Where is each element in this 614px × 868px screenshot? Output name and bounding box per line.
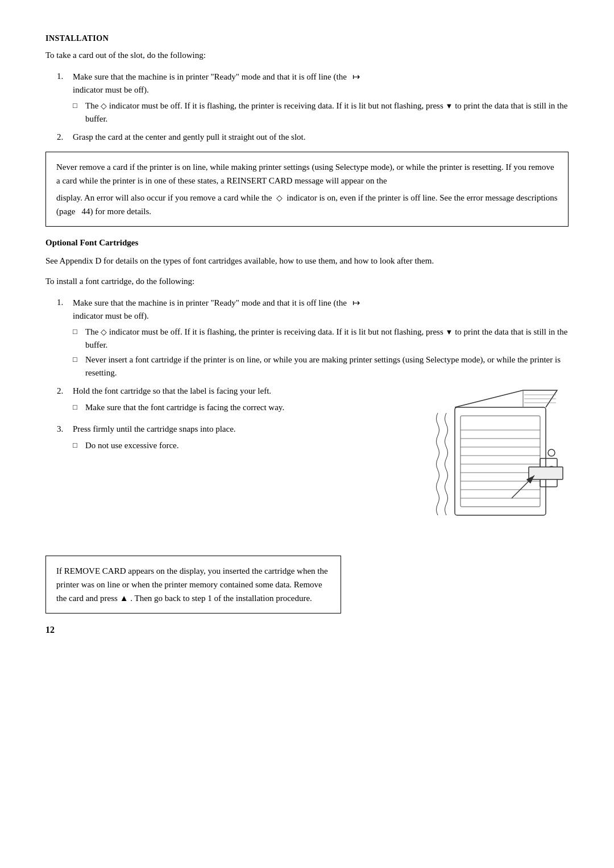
font-cartridge-steps: 1. Make sure that the machine is in prin… — [57, 296, 569, 548]
fc-sub-item-1-2: □ Never insert a font cartridge if the p… — [73, 353, 569, 379]
printer-illustration — [387, 385, 569, 544]
fc-step-3: 3. Press firmly until the cartridge snap… — [57, 423, 375, 452]
step-1-subitems: □ The ◇ indicator must be off. If it is … — [73, 99, 569, 125]
fc-sub-item-3-1: □ Do not use excessive force. — [73, 439, 375, 452]
fc-step-2-subitems: □ Make sure that the font cartridge is f… — [73, 401, 375, 414]
fc-step-1-text: Make sure that the machine is in printer… — [73, 296, 569, 323]
section-header: INSTALLATION — [45, 34, 569, 43]
printer-illustration-container — [387, 385, 569, 548]
fc-sub-text-1-1: The ◇ indicator must be off. If it is fl… — [85, 326, 569, 351]
checkbox-icon-4: □ — [73, 402, 85, 413]
page-number: 12 — [45, 625, 569, 635]
step-1-num: 1. — [57, 70, 73, 83]
step-2: 2. Grasp the card at the center and gent… — [57, 131, 569, 144]
fc-step-2-num: 2. — [57, 385, 73, 398]
step-1-text: Make sure that the machine is in printer… — [73, 70, 569, 97]
warning-1-line-1: Never remove a card if the printer is on… — [56, 160, 558, 187]
fc-sub-text-3-1: Do not use excessive force. — [85, 439, 375, 452]
fc-step-1: 1. Make sure that the machine is in prin… — [57, 296, 569, 379]
warning-1-line-2: display. An error will also occur if you… — [56, 191, 558, 218]
checkbox-icon-3: □ — [73, 354, 85, 365]
font-cartridges-section: Optional Font Cartridges See Appendix D … — [45, 238, 569, 614]
svg-rect-1 — [460, 416, 540, 507]
font-cartridges-intro2: To install a font cartridge, do the foll… — [45, 275, 569, 288]
sub-text-1-1: The ◇ indicator must be off. If it is fl… — [85, 99, 569, 125]
fc-sub-text-1-2: Never insert a font cartridge if the pri… — [85, 353, 569, 379]
offline-arrow-icon-2: ↦ — [352, 296, 360, 310]
font-cartridges-title: Optional Font Cartridges — [45, 238, 569, 248]
warning-2-text: If REMOVE CARD appears on the display, y… — [56, 564, 330, 605]
fc-step-3-num: 3. — [57, 423, 73, 436]
step-2-text: Grasp the card at the center and gently … — [73, 131, 569, 144]
fc-step-2-text-col: 2. Hold the font cartridge so that the l… — [57, 385, 387, 454]
up-triangle-icon: ▲ — [120, 594, 128, 603]
warning-box-1: Never remove a card if the printer is on… — [45, 152, 569, 227]
down-triangle-icon-1: ▼ — [446, 101, 453, 112]
svg-rect-0 — [455, 407, 546, 515]
font-cartridges-intro1: See Appendix D for details on the types … — [45, 254, 569, 268]
down-triangle-icon-2: ▼ — [446, 327, 453, 338]
checkbox-icon-5: □ — [73, 440, 85, 451]
svg-line-15 — [512, 475, 534, 498]
step-2-num: 2. — [57, 131, 73, 144]
svg-point-11 — [548, 449, 555, 456]
checkbox-icon-2: □ — [73, 326, 85, 337]
fc-step-1-subitems: □ The ◇ indicator must be off. If it is … — [73, 326, 569, 379]
warning-box-2: If REMOVE CARD appears on the display, y… — [45, 556, 341, 614]
diamond-icon-2: ◇ — [276, 192, 283, 205]
diamond-icon-1: ◇ — [101, 100, 107, 112]
fc-step-1-num: 1. — [57, 296, 73, 309]
svg-rect-14 — [529, 467, 563, 479]
fc-sub-item-1-1: □ The ◇ indicator must be off. If it is … — [73, 326, 569, 351]
checkbox-icon-1: □ — [73, 100, 85, 111]
fc-sub-text-2-1: Make sure that the font cartridge is fac… — [85, 401, 375, 414]
fc-step-3-subitems: □ Do not use excessive force. — [73, 439, 375, 452]
fc-step-3-text: Press firmly until the cartridge snaps i… — [73, 423, 375, 436]
fc-step-2-text: Hold the font cartridge so that the labe… — [73, 385, 375, 398]
fc-sub-item-2-1: □ Make sure that the font cartridge is f… — [73, 401, 375, 414]
sub-item-1-1: □ The ◇ indicator must be off. If it is … — [73, 99, 569, 125]
offline-arrow-icon: ↦ — [352, 70, 360, 84]
card-removal-steps: 1. Make sure that the machine is in prin… — [57, 70, 569, 144]
card-removal-intro: To take a card out of the slot, do the f… — [45, 49, 569, 62]
page-content: INSTALLATION To take a card out of the s… — [45, 34, 569, 635]
fc-step-2: 2. Hold the font cartridge so that the l… — [57, 385, 569, 548]
step-1: 1. Make sure that the machine is in prin… — [57, 70, 569, 126]
diamond-icon-3: ◇ — [101, 326, 107, 338]
